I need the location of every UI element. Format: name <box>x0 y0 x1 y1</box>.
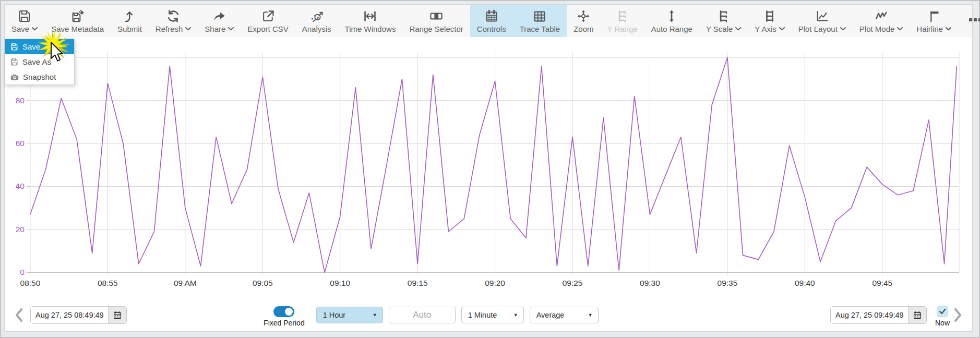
start-calendar-button[interactable] <box>108 307 126 323</box>
x-axis-tick-label: 09:45 <box>872 279 892 287</box>
toolbar-button-label: Analysis <box>302 25 331 33</box>
plot-layout-icon <box>815 8 829 24</box>
toolbar-button-label: Plot Mode <box>859 25 895 33</box>
interval-select[interactable]: 1 Minute ▼ <box>461 307 524 323</box>
step-forward-button[interactable] <box>954 308 962 322</box>
save-icon <box>18 8 31 24</box>
toolbar-button-label: Y Range <box>607 25 638 33</box>
fixed-period-control: Fixed Period <box>264 306 305 327</box>
toolbar-button-trace-table[interactable]: Trace Table <box>513 5 567 37</box>
dropdown-arrow-icon: ▼ <box>588 312 593 318</box>
toolbar-button-y-range: Y Range <box>601 5 644 37</box>
toolbar-button-label: Submit <box>117 25 142 33</box>
plot-mode-icon <box>875 8 888 24</box>
toolbar-button-auto-range[interactable]: Auto Range <box>644 5 699 37</box>
y-axis-tick-label: 80 <box>16 96 25 105</box>
y-scale-icon <box>717 8 731 24</box>
x-axis-tick-label: 09:40 <box>795 279 815 287</box>
menu-item-label: Snapshot <box>23 73 56 81</box>
y-axis-tick-label: 60 <box>16 139 25 148</box>
x-axis-tick-label: 09:05 <box>253 279 273 287</box>
toolbar-button-range-selector[interactable]: Range Selector <box>402 5 470 37</box>
trend-chart-plot-area[interactable]: 02040608008:5008:5509 AM09:0509:1009:150… <box>5 5 972 331</box>
menu-item-snapshot[interactable]: Snapshot <box>5 69 74 84</box>
ellipsis-icon <box>969 13 980 29</box>
x-axis-tick-label: 09:30 <box>640 279 660 287</box>
menu-item-save[interactable]: Save <box>5 39 74 54</box>
y-axis-tick-label: 40 <box>16 182 25 190</box>
start-datetime-group <box>30 306 127 324</box>
step-back-button[interactable] <box>15 308 23 322</box>
submit-icon <box>123 8 136 24</box>
aggregate-select[interactable]: Average ▼ <box>530 307 599 323</box>
camera-icon <box>10 73 19 81</box>
dropdown-arrow-icon: ▼ <box>513 312 518 318</box>
toolbar-button-label: Range Selector <box>409 25 463 33</box>
menu-item-label: Save As <box>22 57 51 66</box>
toolbar-button-time-windows[interactable]: Time Windows <box>338 5 403 37</box>
toolbar-button-label: Hairline <box>916 25 943 33</box>
chart-axes: 02040608008:5008:5509 AM09:0509:1009:150… <box>16 96 959 288</box>
start-datetime-input[interactable] <box>31 307 108 323</box>
toolbar-button-zoom[interactable]: Zoom <box>567 5 600 37</box>
toolbar-button-save[interactable]: Save <box>5 5 44 37</box>
duration-select[interactable]: 1 Hour ▼ <box>316 307 383 323</box>
duration-value: 1 Hour <box>323 311 346 319</box>
analysis-icon <box>310 8 324 24</box>
toolbar-button-label: Save Metadata <box>51 25 104 33</box>
toolbar-button-label: Refresh <box>156 25 183 33</box>
y-axis-tick-label: 0 <box>20 268 25 276</box>
toolbar-button-label: Trace Table <box>520 25 560 33</box>
fixed-period-label: Fixed Period <box>264 319 305 327</box>
toolbar-button-export-csv[interactable]: Export CSV <box>241 5 295 37</box>
active-button-group: ControlsTrace Table <box>470 5 567 37</box>
x-axis-tick-label: 09:20 <box>485 279 505 287</box>
chevron-down-icon <box>840 27 846 31</box>
x-axis-tick-label: 09:35 <box>718 279 738 287</box>
toolbar-button-label: Y Scale <box>706 25 733 33</box>
toolbar-button-controls[interactable]: Controls <box>470 5 513 37</box>
now-label: Now <box>935 319 950 327</box>
toolbar-button-save-metadata[interactable]: Save Metadata <box>44 5 111 37</box>
toolbar-button-submit[interactable]: Submit <box>111 5 149 37</box>
auto-range-input[interactable] <box>389 307 456 323</box>
toolbar-button-hairline[interactable]: Hairline <box>910 5 958 37</box>
x-axis-tick-label: 08:55 <box>98 279 118 287</box>
dropdown-arrow-icon: ▼ <box>373 312 377 318</box>
now-checkbox[interactable] <box>937 306 948 317</box>
calendar-icon <box>113 311 122 319</box>
trend-panel: SaveSave MetadataSubmitRefreshShareExpor… <box>4 4 973 332</box>
range-selector-icon <box>429 8 443 24</box>
toolbar-button-refresh[interactable]: Refresh <box>149 5 198 37</box>
toolbar-overflow-button[interactable] <box>958 13 980 29</box>
toolbar-button-y-scale[interactable]: Y Scale <box>699 5 748 37</box>
chevron-down-icon <box>897 27 903 31</box>
y-axis-tick-label: 20 <box>16 225 25 234</box>
toolbar-button-share[interactable]: Share <box>198 5 241 37</box>
x-axis-tick-label: 08:50 <box>20 279 41 287</box>
fixed-period-toggle[interactable] <box>273 306 294 317</box>
toolbar-button-label: Y Axis <box>755 25 776 33</box>
x-axis-tick-label: 09 AM <box>174 279 197 287</box>
save-icon <box>10 43 18 51</box>
toolbar-button-label: Zoom <box>573 25 593 33</box>
toolbar-button-label: Share <box>205 25 225 33</box>
x-axis-tick-label: 09:15 <box>408 279 428 287</box>
now-control: Now <box>935 306 950 327</box>
end-datetime-input[interactable] <box>831 307 908 323</box>
toolbar-button-label: Time Windows <box>345 25 396 33</box>
toggle-knob <box>285 308 293 316</box>
toolbar-button-y-axis[interactable]: Y Axis <box>748 5 791 37</box>
save-icon <box>10 58 18 66</box>
auto-range-icon <box>665 8 678 24</box>
time-control-bar: Fixed Period 1 Hour ▼ 1 Minute ▼ Average… <box>5 298 972 331</box>
toolbar: SaveSave MetadataSubmitRefreshShareExpor… <box>5 5 972 37</box>
time-windows-icon <box>363 8 377 24</box>
toolbar-button-plot-mode[interactable]: Plot Mode <box>853 5 910 37</box>
chevron-down-icon <box>185 27 191 31</box>
end-calendar-button[interactable] <box>908 307 926 323</box>
toolbar-button-analysis[interactable]: Analysis <box>295 5 338 37</box>
menu-item-label: Save <box>22 42 40 51</box>
toolbar-button-plot-layout[interactable]: Plot Layout <box>792 5 853 37</box>
menu-item-save-as[interactable]: Save As <box>5 54 74 69</box>
